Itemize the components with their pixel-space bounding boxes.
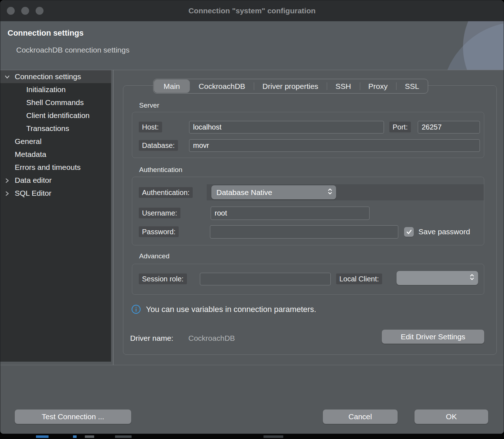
server-group-legend: Server <box>139 101 159 109</box>
sidebar-item-initialization[interactable]: Initialization <box>0 83 111 96</box>
updown-chevrons-icon <box>469 273 475 283</box>
tab-label: Proxy <box>368 82 388 91</box>
save-password-checkbox[interactable] <box>404 227 414 237</box>
driver-name-label: Driver name: <box>130 334 173 343</box>
authentication-label: Authentication: <box>139 187 193 198</box>
advanced-group-legend: Advanced <box>139 252 170 260</box>
sidebar-item-client-identification[interactable]: Client identification <box>0 109 111 122</box>
sidebar-item-label: Initialization <box>26 85 66 94</box>
updown-chevrons-icon <box>327 187 333 197</box>
local-client-select[interactable] <box>397 271 478 285</box>
session-role-input[interactable] <box>200 273 331 285</box>
sidebar-item-data-editor[interactable]: Data editor <box>0 174 111 187</box>
main-tab-panel: Server Host: Port: Database: Authenticat… <box>123 85 497 355</box>
tab-label: Main <box>164 82 180 91</box>
tab-ssl[interactable]: SSL <box>396 79 428 93</box>
authentication-select[interactable]: Database Native <box>211 185 336 199</box>
tab-ssh[interactable]: SSH <box>327 79 359 93</box>
save-password-label: Save password <box>418 227 484 236</box>
dock-peek <box>0 434 504 439</box>
session-role-label: Session role: <box>139 273 187 284</box>
tab-label: CockroachDB <box>199 82 246 91</box>
tab-cockroachdb[interactable]: CockroachDB <box>190 79 254 93</box>
chevron-right-icon[interactable] <box>4 177 10 184</box>
sidebar-item-transactions[interactable]: Transactions <box>0 122 111 135</box>
authentication-group-legend: Authentication <box>139 166 182 174</box>
sidebar-item-shell-commands[interactable]: Shell Commands <box>0 96 111 109</box>
advanced-group: Session role: Local Client: <box>132 264 484 295</box>
ok-button[interactable]: OK <box>414 409 488 424</box>
sidebar-item-label: SQL Editor <box>15 189 51 198</box>
test-connection-button[interactable]: Test Connection ... <box>15 409 131 424</box>
sidebar-item-label: Shell Commands <box>26 98 84 107</box>
host-label: Host: <box>139 122 162 132</box>
connection-configuration-dialog: Connection "system" configuration Connec… <box>0 0 504 434</box>
page-title: Connection settings <box>8 28 83 38</box>
tab-driver-properties[interactable]: Driver properties <box>254 79 327 93</box>
local-client-label: Local Client: <box>336 273 382 284</box>
password-input[interactable] <box>210 225 398 239</box>
sidebar-item-sql-editor[interactable]: SQL Editor <box>0 187 111 200</box>
sidebar-item-label: Connection settings <box>15 72 81 81</box>
authentication-group: Authentication: Database Native Username… <box>132 177 484 245</box>
tab-label: SSH <box>335 82 351 91</box>
info-row: You can use variables in connection para… <box>131 304 316 314</box>
info-icon <box>131 304 141 314</box>
username-input[interactable] <box>211 207 370 220</box>
titlebar: Connection "system" configuration <box>0 0 504 21</box>
main-content: Main CockroachDB Driver properties SSH P… <box>113 70 504 365</box>
tab-bar: Main CockroachDB Driver properties SSH P… <box>153 79 428 94</box>
page-header: Connection settings CockroachDB connecti… <box>0 21 504 70</box>
settings-tree: Connection settings Initialization Shell… <box>0 70 111 362</box>
edit-driver-settings-button[interactable]: Edit Driver Settings <box>382 330 484 344</box>
database-label: Database: <box>139 140 178 151</box>
sidebar-item-general[interactable]: General <box>0 135 111 148</box>
sidebar-item-label: Transactions <box>26 124 69 133</box>
button-bar: Test Connection ... Cancel OK <box>0 365 504 434</box>
password-label: Password: <box>139 226 179 237</box>
window-title: Connection "system" configuration <box>0 0 504 21</box>
sidebar-item-connection-settings[interactable]: Connection settings <box>0 70 111 83</box>
database-input[interactable] <box>189 139 480 152</box>
sidebar-item-metadata[interactable]: Metadata <box>0 148 111 161</box>
host-input[interactable] <box>189 121 384 133</box>
cancel-button[interactable]: Cancel <box>323 409 398 424</box>
sidebar-item-errors-and-timeouts[interactable]: Errors and timeouts <box>0 161 111 174</box>
sidebar-item-label: Data editor <box>15 176 52 185</box>
info-text: You can use variables in connection para… <box>146 305 316 314</box>
server-group: Host: Port: Database: <box>132 112 484 158</box>
tab-main[interactable]: Main <box>154 80 190 93</box>
check-icon <box>406 230 412 235</box>
port-input[interactable] <box>418 121 480 133</box>
page-subtitle: CockroachDB connection settings <box>16 46 129 54</box>
sidebar-item-label: Errors and timeouts <box>15 163 81 172</box>
sidebar-item-label: Metadata <box>15 150 46 159</box>
authentication-select-value: Database Native <box>216 188 272 197</box>
tab-label: SSL <box>405 82 419 91</box>
sidebar-item-label: General <box>15 137 42 146</box>
username-label: Username: <box>139 208 180 218</box>
port-label: Port: <box>389 122 411 132</box>
decorative-swoosh <box>426 21 504 70</box>
chevron-right-icon[interactable] <box>4 190 10 196</box>
tab-proxy[interactable]: Proxy <box>360 79 397 93</box>
driver-name-value: CockroachDB <box>188 334 235 343</box>
sidebar-item-label: Client identification <box>26 111 90 120</box>
chevron-down-icon[interactable] <box>4 73 10 80</box>
tab-label: Driver properties <box>262 82 318 91</box>
